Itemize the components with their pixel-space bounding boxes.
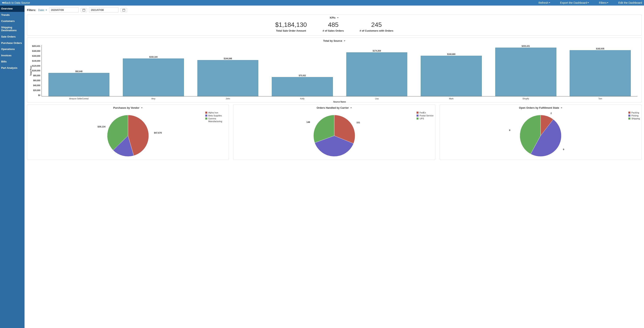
kpis-panel: KPIs $1,184,130Total Sale Order Amount48… <box>27 14 642 35</box>
chevron-down-icon <box>588 2 589 3</box>
x-tick-label: Lisa <box>340 98 414 100</box>
bar-rect[interactable] <box>198 60 258 96</box>
back-label: Back to Data Source <box>4 1 30 4</box>
x-axis-label: Source Name <box>42 101 638 103</box>
kpi-label: # of Customers with Orders <box>360 29 393 32</box>
bar-chart-plot: $92,640$150,104$144,048$75,932$174,359$1… <box>42 45 638 96</box>
bar-rect[interactable] <box>495 48 556 96</box>
pie-slice-label: $47,670 <box>154 132 162 134</box>
pie-slice-label: 2 <box>550 112 552 114</box>
chevron-down-icon <box>607 2 608 3</box>
bar-rect[interactable] <box>346 52 408 96</box>
y-tick-label: $140,000 <box>32 60 40 62</box>
edit-dashboard-link[interactable]: Edit the Dashboard <box>618 1 642 4</box>
pie-slice-label: 148 <box>306 121 310 123</box>
calendar-icon <box>122 9 125 11</box>
bar-rect[interactable] <box>570 50 631 96</box>
bar-value-label: $92,640 <box>75 70 82 72</box>
chevron-down-icon <box>46 10 47 10</box>
y-tick-label: $120,000 <box>32 65 40 67</box>
filters-label: Filters: <box>27 8 36 12</box>
total-by-source-panel: Total by Source Total Price $203,431$180… <box>27 37 642 103</box>
y-tick-label: $0 <box>38 94 40 96</box>
kpi-value: $1,184,130 <box>275 21 307 28</box>
pie-panel: Orders Handled by Carrier FedExPostal Se… <box>233 104 435 160</box>
y-tick-label: $160,000 <box>32 55 40 57</box>
sidebar-item-operations[interactable]: Operations <box>0 46 24 52</box>
bar-rect[interactable] <box>48 73 110 96</box>
bar-rect[interactable] <box>272 77 333 96</box>
svg-rect-4 <box>123 9 125 11</box>
y-axis-label: Total Price <box>29 45 32 96</box>
bar-rect[interactable] <box>123 58 184 96</box>
pie-chart: $47,670$39,134 <box>27 110 229 159</box>
bar-value-label: $150,104 <box>149 56 158 58</box>
topbar-actions: Refresh Export the Dashboard Filters Edi… <box>538 1 642 4</box>
chevron-down-icon <box>350 107 352 108</box>
pie-panel-title[interactable]: Orders Handled by Carrier <box>234 105 435 110</box>
calendar-from-button[interactable] <box>81 8 87 12</box>
x-tick-label: Shopify <box>488 98 563 100</box>
bar-column: $203,431 <box>488 45 563 96</box>
pie-slice-label: 8 <box>509 129 510 131</box>
kpi-card: 485# of Sales Orders <box>322 21 344 32</box>
y-tick-label: $100,000 <box>32 69 40 72</box>
pie-chart: 151148 <box>234 110 435 159</box>
bar-column: $75,932 <box>265 45 340 96</box>
refresh-menu[interactable]: Refresh <box>538 1 550 4</box>
kpi-label: Total Sale Order Amount <box>275 29 307 32</box>
chevron-down-icon <box>549 2 550 3</box>
filter-bar: Filters: Date: <box>27 7 642 12</box>
y-tick-label: $180,000 <box>32 50 40 52</box>
kpis-panel-title[interactable]: KPIs <box>27 15 642 20</box>
sidebar-item-bills[interactable]: Bills <box>0 58 24 65</box>
y-tick-label: $40,000 <box>33 84 40 86</box>
main-content: Filters: Date: KPIs $1,184,130Total Sale… <box>24 5 644 328</box>
total-by-source-title[interactable]: Total by Source <box>27 38 642 43</box>
pie-panel: Purchases by Vendor Alpha IronBeta Suppl… <box>27 104 229 160</box>
bar-value-label: $160,680 <box>447 53 456 55</box>
sidebar-item-trends[interactable]: Trends <box>0 12 24 18</box>
x-tick-label: Kelly <box>265 98 340 100</box>
pie-panel-title[interactable]: Purchases by Vendor <box>27 105 229 110</box>
x-tick-label: Amazon SellerCentral <box>42 98 116 100</box>
pie-slice-label: 151 <box>356 121 360 124</box>
pie-panel: Open Orders by Fulfillment State Packing… <box>440 104 642 160</box>
sidebar-item-customers[interactable]: Customers <box>0 18 24 24</box>
date-filter-link[interactable]: Date: <box>38 8 47 12</box>
bar-value-label: $203,431 <box>522 45 530 47</box>
pie-slice-label: $39,134 <box>98 125 106 128</box>
x-tick-label: Tom <box>563 98 638 100</box>
x-tick-label: Amy <box>116 98 191 100</box>
x-tick-label: Mark <box>414 98 488 100</box>
chevron-down-icon <box>561 107 562 108</box>
sidebar-item-invoices[interactable]: Invoices <box>0 52 24 59</box>
chevron-down-icon <box>337 17 338 18</box>
calendar-to-button[interactable] <box>121 8 127 12</box>
calendar-icon <box>82 9 85 11</box>
x-tick-label: John <box>191 98 265 100</box>
sidebar-item-shipping-destinations[interactable]: Shipping Destinations <box>0 24 24 33</box>
pie-slice-label: 9 <box>563 148 564 151</box>
sidebar-item-sale-orders[interactable]: Sale Orders <box>0 33 24 40</box>
bar-column: $182,935 <box>563 45 638 96</box>
date-to-input[interactable] <box>89 7 119 12</box>
bar-value-label: $182,935 <box>596 48 604 50</box>
kpi-card: $1,184,130Total Sale Order Amount <box>275 21 307 32</box>
chevron-down-icon <box>344 40 345 41</box>
pie-panel-title[interactable]: Open Orders by Fulfillment State <box>440 105 642 110</box>
sidebar-item-part-analysis[interactable]: Part Analysis <box>0 65 24 71</box>
bar-rect[interactable] <box>421 56 482 96</box>
bar-column: $92,640 <box>42 45 116 96</box>
export-menu[interactable]: Export the Dashboard <box>560 1 589 4</box>
sidebar-item-overview[interactable]: Overview <box>0 5 24 12</box>
bar-value-label: $174,359 <box>373 50 381 52</box>
filters-menu[interactable]: Filters <box>599 1 608 4</box>
y-tick-label: $20,000 <box>33 89 40 91</box>
back-link[interactable]: Back to Data Source <box>2 1 30 4</box>
svg-rect-0 <box>83 9 85 11</box>
pie-chart: 298 <box>440 110 642 159</box>
kpi-card: 245# of Customers with Orders <box>360 21 393 32</box>
date-from-input[interactable] <box>49 7 79 12</box>
sidebar-item-purchase-orders[interactable]: Purchase Orders <box>0 40 24 46</box>
